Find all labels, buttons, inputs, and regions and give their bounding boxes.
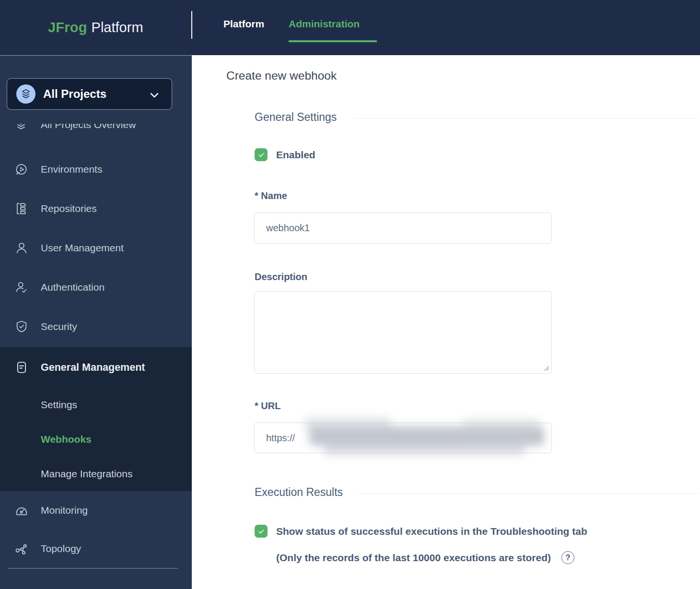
stacked-layers-icon: [20, 88, 32, 100]
sidebar-item-label: Repositories: [41, 203, 97, 214]
show-status-checkbox-row: Show status of successful executions in …: [255, 525, 587, 538]
sidebar-item-monitoring[interactable]: Monitoring: [0, 491, 192, 530]
sidebar-item-label: User Management: [41, 242, 124, 254]
sidebar-item-label: Environments: [41, 164, 102, 175]
user-icon: [14, 241, 29, 255]
environments-cycle-icon: [14, 162, 29, 177]
sidebar-item-repositories[interactable]: Repositories: [0, 189, 192, 228]
show-status-label: Show status of successful executions in …: [276, 526, 587, 537]
sidebar-item-general-management[interactable]: General Management: [0, 347, 192, 388]
topbar-divider: [191, 11, 192, 39]
sidebar-item-label: Webhooks: [41, 434, 92, 445]
sidebar-item-label: All Projects Overview: [41, 124, 136, 130]
sidebar-item-label: Manage Integrations: [41, 468, 132, 480]
checkmark-icon: [257, 151, 265, 159]
sidebar-item-webhooks[interactable]: Webhooks: [0, 422, 192, 457]
project-selector-dropdown[interactable]: All Projects: [7, 78, 172, 110]
sidebar-item-security[interactable]: Security: [0, 307, 192, 346]
sidebar-item-user-management[interactable]: User Management: [0, 228, 192, 268]
enabled-label: Enabled: [276, 149, 315, 161]
topology-nodes-icon: [14, 542, 29, 556]
enabled-checkbox[interactable]: [255, 148, 268, 161]
show-status-note: (Only the records of the last 10000 exec…: [276, 552, 551, 564]
sidebar-item-authentication[interactable]: Authentication: [0, 268, 192, 307]
section-header-general-settings: General Settings: [255, 111, 699, 124]
checkmark-icon: [257, 528, 265, 535]
show-status-note-row: (Only the records of the last 10000 exec…: [276, 551, 574, 564]
project-selector-label: All Projects: [43, 87, 106, 101]
section-title: General Settings: [255, 111, 337, 124]
section-divider-line: [352, 118, 699, 118]
sidebar-item-label: Settings: [41, 399, 77, 411]
section-divider-line: [359, 493, 699, 494]
tab-platform[interactable]: Platform: [223, 18, 264, 30]
url-field-label: * URL: [255, 401, 280, 412]
sidebar-item-label: Monitoring: [41, 505, 88, 516]
description-textarea[interactable]: [254, 291, 552, 374]
question-circle-icon[interactable]: ?: [561, 551, 574, 564]
sidebar-bottom-divider: [8, 568, 178, 569]
general-management-section: General Management Settings Webhooks Man…: [0, 347, 192, 491]
name-field-label: * Name: [255, 190, 287, 201]
gauge-icon: [14, 503, 29, 518]
description-field-label: Description: [255, 271, 307, 283]
jfrog-logo: JFrog Platform: [48, 0, 143, 55]
chevron-down-icon: [148, 88, 161, 102]
sidebar-item-environments[interactable]: Environments: [0, 150, 192, 189]
url-input[interactable]: [254, 423, 552, 453]
page-title: Create new webhook: [226, 69, 337, 82]
user-check-icon: [14, 280, 29, 294]
name-input[interactable]: [254, 212, 552, 244]
logo-platform-text: Platform: [92, 20, 143, 35]
repositories-list-icon: [14, 201, 29, 216]
sidebar-item-label: Topology: [41, 543, 81, 554]
enabled-checkbox-row: Enabled: [255, 148, 315, 161]
sidebar: All Projects All Projects Overview Envir…: [0, 55, 192, 589]
sidebar-item-label: Authentication: [41, 282, 105, 293]
sidebar-item-all-projects-overview[interactable]: All Projects Overview: [0, 124, 192, 139]
section-title: Execution Results: [255, 486, 343, 499]
topbar: JFrog Platform Platform Administration: [0, 0, 700, 55]
section-header-execution-results: Execution Results: [255, 486, 699, 499]
main-content: Create new webhook General Settings Enab…: [192, 55, 700, 589]
document-icon: [14, 360, 29, 375]
shield-check-icon: [14, 319, 29, 334]
tab-administration[interactable]: Administration: [289, 18, 360, 30]
sidebar-item-manage-integrations[interactable]: Manage Integrations: [0, 457, 192, 491]
sidebar-item-settings[interactable]: Settings: [0, 388, 192, 422]
project-selector-avatar: [16, 84, 35, 104]
show-status-checkbox[interactable]: [255, 525, 268, 538]
tab-administration-active-underline: [289, 40, 377, 42]
sidebar-item-topology[interactable]: Topology: [0, 530, 192, 568]
sidebar-item-label: Security: [41, 321, 77, 332]
sidebar-item-label: General Management: [41, 362, 145, 374]
logo-jfrog-text: JFrog: [48, 20, 87, 35]
layers-icon: [14, 124, 28, 131]
